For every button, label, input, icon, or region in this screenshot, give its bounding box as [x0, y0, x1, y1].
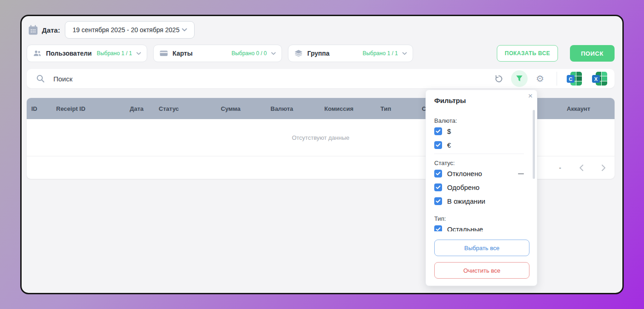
date-range-select[interactable]: 19 сентября 2025 - 20 октября 2025	[65, 21, 195, 39]
dropdown-label: Группа	[307, 50, 329, 57]
settings-button[interactable]: ⚙	[532, 71, 548, 86]
date-label: Дата:	[42, 26, 60, 34]
date-row: Дата: 19 сентября 2025 - 20 октября 2025	[28, 21, 615, 39]
csv-export-button[interactable]: C	[567, 72, 582, 86]
csv-badge: C	[567, 75, 575, 83]
chevron-down-icon	[182, 28, 187, 32]
chevron-left-icon	[579, 164, 584, 172]
users-dropdown[interactable]: Пользователи Выбрано 1 / 1	[27, 45, 147, 62]
checkbox-checked[interactable]	[434, 141, 442, 149]
filter-button[interactable]	[511, 70, 528, 87]
checkbox-checked[interactable]	[434, 197, 442, 205]
next-page-button[interactable]	[599, 163, 608, 172]
checkbox-checked[interactable]	[434, 225, 442, 232]
checkbox-others[interactable]: Остальные	[434, 224, 524, 231]
reset-icon	[494, 74, 503, 83]
checkbox-checked[interactable]	[434, 183, 442, 191]
reset-button[interactable]	[491, 71, 506, 86]
column-header-receipt-id: Receipt ID	[56, 98, 86, 119]
checkbox-label: Одобрено	[447, 183, 479, 191]
search-icon	[36, 74, 45, 83]
filter-group-label: Тип:	[434, 215, 524, 222]
filter-group-label: Статус:	[434, 160, 524, 166]
group-dropdown[interactable]: Группа Выбрано 1 / 1	[288, 45, 413, 62]
select-all-button[interactable]: Выбрать все	[434, 240, 529, 256]
checkbox-checked[interactable]	[434, 127, 442, 135]
selected-count: Выбрано 0 / 0	[231, 50, 267, 57]
search-toolbar: ⚙ C X	[491, 70, 608, 87]
checkbox-label: Отклонено	[447, 170, 482, 177]
chevron-down-icon	[136, 52, 141, 55]
pagination-range: -	[559, 164, 561, 172]
filter-icon	[516, 75, 523, 82]
group-divider	[434, 154, 524, 154]
column-header-account: Аккаунт	[567, 98, 590, 119]
column-header-status: Статус	[159, 98, 179, 119]
filter-group-label: Валюта:	[434, 117, 524, 124]
popup-scroll-area: Валюта: $ € Статус: Отклонено Одобрено В…	[426, 112, 532, 231]
gear-icon: ⚙	[536, 74, 544, 83]
chevron-down-icon	[402, 52, 407, 55]
checkbox-usd[interactable]: $	[434, 126, 524, 136]
checkbox-pending[interactable]: В ожидании	[434, 196, 524, 206]
checkbox-label: В ожидании	[447, 197, 485, 205]
dropdown-label: Пользователи	[46, 50, 92, 57]
checkbox-label: $	[447, 127, 451, 135]
search-button[interactable]: ПОИСК	[570, 45, 615, 62]
prev-page-button[interactable]	[577, 163, 586, 172]
column-header-type: Тип	[380, 98, 391, 119]
column-header-commission: Комиссия	[324, 98, 353, 119]
checkbox-label: €	[447, 141, 451, 149]
dropdown-label: Карты	[172, 50, 193, 57]
column-header-date: Дата	[130, 98, 144, 119]
checkbox-declined[interactable]: Отклонено	[434, 168, 524, 178]
layers-icon	[294, 49, 303, 58]
column-header-currency: Валюта	[270, 98, 293, 119]
clear-all-button[interactable]: Очистить все	[434, 262, 529, 279]
cards-dropdown[interactable]: Карты Выбрано 0 / 0	[153, 45, 282, 62]
checkbox-eur[interactable]: €	[434, 140, 524, 150]
popup-title: Фильтры	[434, 97, 466, 104]
filters-row: Пользователи Выбрано 1 / 1 Карты Выбрано…	[27, 45, 615, 62]
popup-scrollbar[interactable]	[533, 110, 535, 179]
calendar-icon	[28, 24, 39, 35]
popup-dash	[518, 173, 524, 174]
checkbox-checked[interactable]	[434, 170, 442, 177]
selected-count: Выбрано 1 / 1	[362, 50, 398, 57]
checkbox-label: Остальные	[447, 225, 483, 232]
search-bar: ⚙ C X	[27, 69, 615, 88]
chevron-down-icon	[271, 52, 276, 55]
column-header-amount: Сумма	[221, 98, 241, 119]
checkbox-approved[interactable]: Одобрено	[434, 182, 524, 192]
column-header-id: ID	[31, 98, 37, 119]
filters-popup: × Фильтры Валюта: $ € Статус: Отклонено …	[426, 90, 537, 286]
show-all-button[interactable]: ПОКАЗАТЬ ВСЕ	[497, 45, 558, 62]
excel-export-button[interactable]: X	[592, 72, 607, 86]
close-icon[interactable]: ×	[528, 92, 533, 101]
card-icon	[159, 49, 168, 58]
users-icon	[33, 49, 42, 58]
search-input[interactable]	[52, 74, 491, 83]
selected-count: Выбрано 1 / 1	[97, 50, 132, 57]
chevron-right-icon	[601, 164, 606, 172]
date-range-value: 19 сентября 2025 - 20 октября 2025	[73, 26, 179, 34]
toolbar-divider	[557, 72, 557, 86]
excel-badge: X	[592, 75, 600, 83]
